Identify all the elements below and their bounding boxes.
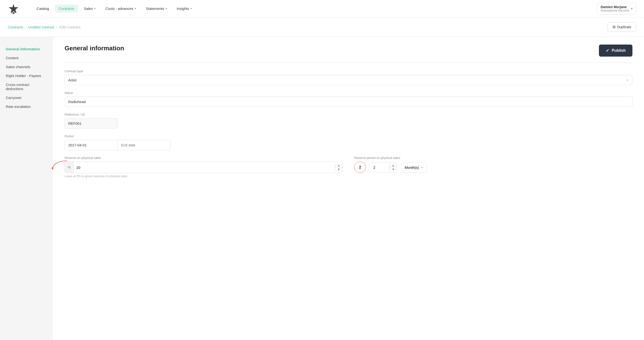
main-content: General information ✓ Publish Contract t… xyxy=(53,37,644,340)
user-chevron-icon: ▾ xyxy=(631,7,633,10)
sales-chevron-icon: ▾ xyxy=(94,7,96,10)
reserve-period-increment[interactable]: ▲ xyxy=(390,164,397,168)
section-divider xyxy=(64,62,632,63)
reserve-period-circle: 2 xyxy=(354,162,366,173)
sidebar-item-right-holder[interactable]: Right Holder - Payees xyxy=(6,71,47,80)
logo xyxy=(8,3,19,14)
breadcrumb: Contracts › Untitled contract › Edit Con… xyxy=(8,25,80,29)
percent-icon: % xyxy=(65,162,74,173)
navbar: Catalog Contracts Sales ▾ Costs - advanc… xyxy=(0,0,644,17)
period-end-input[interactable] xyxy=(118,140,171,150)
user-info: Damien Morjane Gramophone Records xyxy=(600,5,629,12)
breadcrumb-contracts[interactable]: Contracts xyxy=(8,25,23,29)
reference-label: Reference / ID xyxy=(64,113,632,116)
costs-chevron-icon: ▾ xyxy=(135,7,136,10)
breadcrumb-untitled[interactable]: Untitled contract xyxy=(28,25,54,29)
sidebar-item-content[interactable]: Content xyxy=(6,53,47,62)
nav-insights[interactable]: Insights ▾ xyxy=(173,4,196,12)
nav-contracts[interactable]: Contracts xyxy=(55,4,78,12)
reference-input[interactable] xyxy=(64,118,118,129)
contract-type-select[interactable]: Artist Label Publisher Other xyxy=(64,75,632,85)
nav-costs[interactable]: Costs - advances ▾ xyxy=(102,4,140,12)
period-group: Period xyxy=(64,134,632,150)
sidebar: General information Content Sales channe… xyxy=(0,37,53,340)
publish-check-icon: ✓ xyxy=(606,48,609,53)
name-input[interactable] xyxy=(64,97,632,107)
breadcrumb-sep-1: › xyxy=(25,25,26,29)
publish-button[interactable]: ✓ Publish xyxy=(599,44,632,57)
svg-rect-1 xyxy=(12,12,14,14)
reserve-period-decrement[interactable]: ▼ xyxy=(390,168,397,171)
section-header: General information ✓ Publish xyxy=(64,44,632,57)
sidebar-item-carryover[interactable]: Carryover xyxy=(6,93,47,102)
breadcrumb-edit: Edit Contract xyxy=(60,25,80,29)
reserve-period-unit-select[interactable]: Month(s) Year(s) xyxy=(401,162,426,173)
reserve-spinners: ▲ ▼ xyxy=(335,164,342,171)
reserve-period-group: Reserve period on physical sales 2 ▲ ▼ M… xyxy=(354,156,632,173)
sidebar-item-general[interactable]: General information xyxy=(6,44,47,53)
reserve-increment[interactable]: ▲ xyxy=(335,164,342,168)
reserve-label: Reserve on physical sales xyxy=(64,156,343,160)
reserve-period-input-container: ▲ ▼ xyxy=(370,162,397,173)
breadcrumb-bar: Contracts › Untitled contract › Edit Con… xyxy=(0,17,644,37)
name-label: Name xyxy=(64,91,632,95)
reserve-input-container: % ▲ ▼ xyxy=(64,162,343,173)
period-row xyxy=(64,140,632,150)
breadcrumb-sep-2: › xyxy=(56,25,58,29)
nav-links: Catalog Contracts Sales ▾ Costs - advanc… xyxy=(33,4,587,12)
sidebar-item-cross-contract[interactable]: Cross-contract deductions xyxy=(6,80,47,93)
duplicate-icon: ⧉ xyxy=(613,25,615,29)
sidebar-item-rate-escalation[interactable]: Rate escalation xyxy=(6,102,47,111)
statements-chevron-icon: ▾ xyxy=(166,7,167,10)
period-label: Period xyxy=(64,134,632,138)
name-group: Name xyxy=(64,91,632,107)
user-name: Damien Morjane xyxy=(600,5,629,9)
sidebar-item-sales-channels[interactable]: Sales channels xyxy=(6,62,47,71)
nav-catalog[interactable]: Catalog xyxy=(33,4,53,12)
user-org: Gramophone Records xyxy=(600,9,629,12)
page-body: General information Content Sales channe… xyxy=(0,37,644,340)
reserve-row: Reserve on physical sales % ▲ ▼ Leave at… xyxy=(64,156,632,178)
contract-type-label: Contract type xyxy=(64,69,632,73)
reserve-input[interactable] xyxy=(74,163,335,172)
user-menu[interactable]: Damien Morjane Gramophone Records ▾ xyxy=(597,3,636,14)
reserve-group: Reserve on physical sales % ▲ ▼ Leave at… xyxy=(64,156,343,178)
reserve-period-controls: 2 ▲ ▼ Month(s) Year(s) xyxy=(354,162,632,173)
reserve-period-number-input[interactable] xyxy=(370,163,389,172)
duplicate-button[interactable]: ⧉ Duplicate xyxy=(608,22,636,32)
reference-group: Reference / ID xyxy=(64,113,632,129)
reserve-decrement[interactable]: ▼ xyxy=(335,168,342,171)
insights-chevron-icon: ▾ xyxy=(191,7,192,10)
reserve-period-spinners: ▲ ▼ xyxy=(389,164,397,171)
nav-statements[interactable]: Statements ▾ xyxy=(142,4,171,12)
reserve-period-label: Reserve period on physical sales xyxy=(354,156,632,160)
contract-type-group: Contract type Artist Label Publisher Oth… xyxy=(64,69,632,85)
period-start-input[interactable] xyxy=(64,140,118,150)
nav-sales[interactable]: Sales ▾ xyxy=(80,4,100,12)
reserve-hint: Leave at 0% to ignore reserves on physic… xyxy=(64,175,343,178)
page-title: General information xyxy=(64,44,124,52)
